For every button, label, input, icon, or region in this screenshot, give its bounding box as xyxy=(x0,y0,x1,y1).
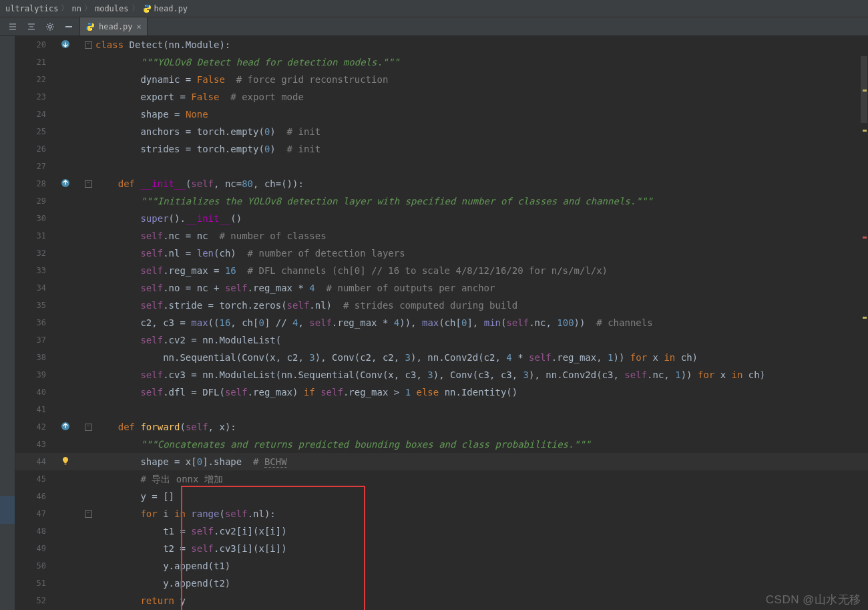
code-line[interactable]: 45 # 导出 onnx 增加 xyxy=(15,470,868,488)
fold-toggle[interactable] xyxy=(82,557,95,575)
fold-toggle[interactable] xyxy=(82,158,95,175)
line-number[interactable]: 33 xyxy=(15,262,58,279)
code-text[interactable]: self.reg_max = 16 # DFL channels (ch[0] … xyxy=(95,262,608,279)
line-number[interactable]: 30 xyxy=(15,210,58,227)
gutter-icon[interactable] xyxy=(58,123,82,140)
fold-toggle[interactable] xyxy=(82,401,95,418)
gutter-icon[interactable] xyxy=(58,557,82,575)
code-line[interactable]: 23 export = False # export mode xyxy=(15,88,868,106)
code-line[interactable]: 34 self.no = nc + self.reg_max * 4 # num… xyxy=(15,279,868,297)
fold-toggle[interactable] xyxy=(82,123,95,140)
line-number[interactable]: 47 xyxy=(15,505,58,522)
line-number[interactable]: 27 xyxy=(15,158,58,175)
gutter-icon[interactable] xyxy=(58,245,82,262)
gutter-icon[interactable] xyxy=(58,192,82,210)
gutter-icon[interactable] xyxy=(58,436,82,453)
code-text[interactable]: """YOLOv8 Detect head for detection mode… xyxy=(95,53,399,71)
gutter-icon[interactable] xyxy=(58,53,82,71)
code-text[interactable]: def __init__(self, nc=80, ch=()): xyxy=(95,175,304,192)
gutter-icon[interactable] xyxy=(58,418,82,436)
collapse-all-icon[interactable] xyxy=(25,21,37,33)
line-number[interactable]: 45 xyxy=(15,470,58,488)
code-text[interactable]: self.dfl = DFL(self.reg_max) if self.reg… xyxy=(95,384,517,401)
gutter-icon[interactable] xyxy=(58,88,82,106)
code-text[interactable]: anchors = torch.empty(0) # init xyxy=(95,123,320,140)
gutter-icon[interactable] xyxy=(58,488,82,505)
code-text[interactable]: def forward(self, x): xyxy=(95,418,236,436)
fold-toggle[interactable] xyxy=(82,488,95,505)
code-text[interactable]: dynamic = False # force grid reconstruct… xyxy=(95,71,388,88)
gutter-icon[interactable] xyxy=(58,575,82,592)
gutter-icon[interactable] xyxy=(58,401,82,418)
code-text[interactable]: shape = None xyxy=(95,106,208,123)
line-number[interactable]: 49 xyxy=(15,540,58,557)
line-number[interactable]: 38 xyxy=(15,349,58,366)
code-text[interactable]: self.cv2 = nn.ModuleList( xyxy=(95,331,281,349)
gutter-icon[interactable] xyxy=(58,262,82,279)
code-line[interactable]: 21 """YOLOv8 Detect head for detection m… xyxy=(15,53,868,71)
code-text[interactable]: self.cv3 = nn.ModuleList(nn.Sequential(C… xyxy=(95,366,765,384)
code-line[interactable]: 27 xyxy=(15,158,868,175)
line-number[interactable]: 22 xyxy=(15,71,58,88)
fold-toggle[interactable] xyxy=(82,106,95,123)
gutter-icon[interactable] xyxy=(58,36,82,53)
gutter-icon[interactable] xyxy=(58,227,82,245)
gutter-icon[interactable] xyxy=(58,71,82,88)
code-text[interactable]: self.nc = nc # number of classes xyxy=(95,227,327,245)
code-line[interactable]: 49 t2 = self.cv3[i](x[i]) xyxy=(15,540,868,557)
line-number[interactable]: 42 xyxy=(15,418,58,436)
tool-window-stripe[interactable] xyxy=(0,36,15,610)
line-number[interactable]: 44 xyxy=(15,453,58,470)
expand-all-icon[interactable] xyxy=(7,21,19,33)
code-text[interactable]: y.append(t1) xyxy=(95,557,230,575)
breadcrumb-item[interactable]: nn xyxy=(71,4,81,13)
line-number[interactable]: 20 xyxy=(15,36,58,53)
fold-toggle[interactable] xyxy=(82,297,95,314)
code-text[interactable]: y = [] xyxy=(95,488,174,505)
line-number[interactable]: 43 xyxy=(15,436,58,453)
editor-tab[interactable]: head.py × xyxy=(80,17,148,35)
editor-scrollbar[interactable] xyxy=(860,36,868,610)
line-number[interactable]: 36 xyxy=(15,314,58,331)
code-line[interactable]: 37 self.cv2 = nn.ModuleList( xyxy=(15,331,868,349)
line-number[interactable]: 21 xyxy=(15,53,58,71)
code-line[interactable]: 31 self.nc = nc # number of classes xyxy=(15,227,868,245)
fold-toggle[interactable] xyxy=(82,470,95,488)
fold-toggle[interactable] xyxy=(82,575,95,592)
fold-toggle[interactable] xyxy=(82,349,95,366)
code-text[interactable]: """Initializes the YOLOv8 detection laye… xyxy=(95,192,652,210)
fold-toggle[interactable] xyxy=(82,453,95,470)
line-number[interactable]: 35 xyxy=(15,297,58,314)
code-line[interactable]: 50 y.append(t1) xyxy=(15,557,868,575)
fold-toggle[interactable] xyxy=(82,53,95,71)
breadcrumb-item[interactable]: ultralytics xyxy=(5,4,58,13)
code-line[interactable]: 28− def __init__(self, nc=80, ch=()): xyxy=(15,175,868,192)
code-text[interactable]: """Concatenates and returns predicted bo… xyxy=(95,436,591,453)
code-line[interactable]: 44 shape = x[0].shape # BCHW xyxy=(15,453,868,470)
code-text[interactable]: for i in range(self.nl): xyxy=(95,505,276,522)
code-text[interactable]: super().__init__() xyxy=(95,210,242,227)
code-text[interactable]: self.no = nc + self.reg_max * 4 # number… xyxy=(95,279,495,297)
code-line[interactable]: 36 c2, c3 = max((16, ch[0] // 4, self.re… xyxy=(15,314,868,331)
line-number[interactable]: 25 xyxy=(15,123,58,140)
line-number[interactable]: 41 xyxy=(15,401,58,418)
gutter-icon[interactable] xyxy=(58,175,82,192)
code-line[interactable]: 47− for i in range(self.nl): xyxy=(15,505,868,522)
code-line[interactable]: 22 dynamic = False # force grid reconstr… xyxy=(15,71,868,88)
gutter-icon[interactable] xyxy=(58,314,82,331)
code-line[interactable]: 25 anchors = torch.empty(0) # init xyxy=(15,123,868,140)
line-number[interactable]: 51 xyxy=(15,575,58,592)
fold-toggle[interactable] xyxy=(82,384,95,401)
code-text[interactable]: class Detect(nn.Module): xyxy=(95,36,230,53)
breadcrumb-item[interactable]: modules xyxy=(95,4,129,13)
gutter-icon[interactable] xyxy=(58,140,82,158)
fold-toggle[interactable] xyxy=(82,71,95,88)
line-number[interactable]: 32 xyxy=(15,245,58,262)
gutter-icon[interactable] xyxy=(58,279,82,297)
code-text[interactable]: # 导出 onnx 增加 xyxy=(95,470,223,488)
code-line[interactable]: 24 shape = None xyxy=(15,106,868,123)
code-line[interactable]: 46 y = [] xyxy=(15,488,868,505)
code-line[interactable]: 51 y.append(t2) xyxy=(15,575,868,592)
fold-toggle[interactable]: − xyxy=(82,505,95,522)
fold-toggle[interactable]: − xyxy=(82,418,95,436)
